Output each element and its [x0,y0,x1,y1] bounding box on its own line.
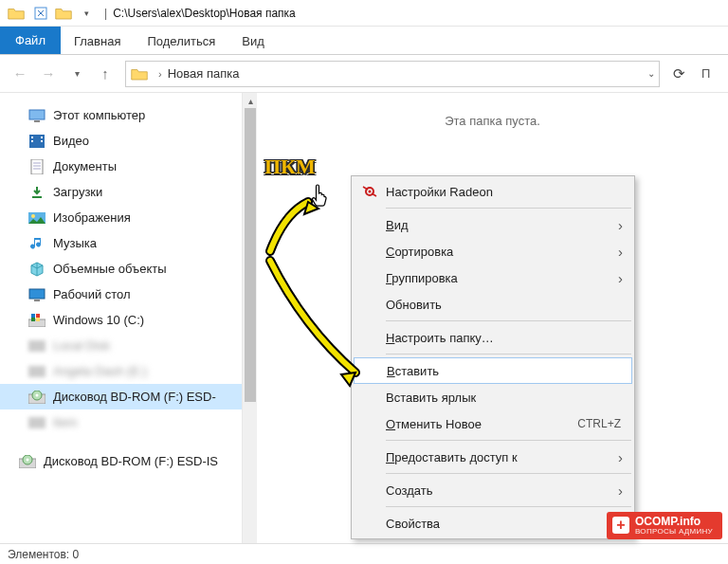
svg-rect-22 [28,340,46,352]
svg-rect-16 [34,300,40,301]
nav-up-button[interactable]: ↑ [93,62,118,86]
cm-paste-shortcut[interactable]: Вставить ярлык [354,384,632,410]
chevron-right-icon: › [618,449,623,465]
titlebar-folder-icon [6,3,27,24]
cm-sort[interactable]: Сортировка › [354,238,632,264]
watermark-text: OCOMP.info [635,515,701,528]
qat-newfolder-icon[interactable] [53,3,74,24]
cm-separator [386,473,631,474]
tree-blurred-item[interactable]: Angela Dash (E:) [0,358,242,384]
tree-music[interactable]: Музыка [0,230,242,256]
tree-documents[interactable]: Документы [0,154,242,179]
tab-share[interactable]: Поделиться [134,28,228,54]
cm-separator [386,320,631,321]
svg-rect-6 [41,136,43,138]
picture-icon [28,209,46,227]
svg-point-14 [31,214,35,218]
nav-back-button[interactable]: ← [8,62,32,86]
tree-this-pc[interactable]: Этот компьютер [0,102,242,128]
address-bar[interactable]: › Новая папка ⌄ [125,61,660,87]
tree-bdrom-drive-2[interactable]: Дисковод BD-ROM (F:) ESD-IS [0,448,242,474]
nav-tree: Этот компьютер Видео Документы Загрузки … [0,93,242,543]
drive-icon [28,414,46,431]
chevron-right-icon: › [618,217,623,233]
ribbon-tabs: Файл Главная Поделиться Вид [0,27,728,55]
cm-refresh[interactable]: Обновить [354,291,632,318]
tree-blurred-item[interactable]: Local Disk [0,333,242,358]
cm-properties[interactable]: Свойства [354,510,632,537]
context-menu: Настройки Radeon Вид › Сортировка › Груп… [351,175,635,539]
cm-separator [386,354,631,355]
svg-rect-4 [31,136,33,138]
tree-downloads[interactable]: Загрузки [0,179,242,205]
svg-point-26 [36,393,39,396]
sidebar-scrollbar[interactable]: ▴ [242,93,257,543]
cube-icon [28,261,46,278]
svg-rect-12 [32,196,42,198]
svg-rect-21 [36,318,40,321]
tree-blurred-item[interactable]: Item [0,409,242,435]
svg-rect-18 [31,314,35,318]
status-item-count: Элементов: 0 [8,548,79,561]
plus-icon: + [612,517,629,534]
monitor-icon [28,107,46,124]
svg-rect-5 [31,140,33,142]
refresh-button[interactable]: ⟳ [667,63,690,85]
cm-paste[interactable]: Вставить [354,357,632,384]
svg-rect-27 [28,417,46,428]
cm-radeon-settings[interactable]: Настройки Radeon [354,178,632,205]
svg-rect-19 [36,314,40,318]
titlebar-separator: | [104,7,107,20]
tab-home[interactable]: Главная [61,28,134,54]
svg-rect-23 [28,366,46,377]
video-icon [28,133,46,150]
qat-dropdown-icon[interactable]: ▾ [76,3,97,24]
cm-share-access[interactable]: Предоставить доступ к › [354,444,632,470]
music-icon [28,235,46,252]
chevron-right-icon: › [618,244,623,260]
radeon-icon [361,183,378,200]
tab-file[interactable]: Файл [0,27,61,54]
watermark-subtext: ВОПРОСЫ АДМИНУ [635,528,713,536]
cm-undo-shortcut: CTRL+Z [577,417,621,430]
tree-videos[interactable]: Видео [0,128,242,154]
download-icon [28,184,46,201]
svg-rect-1 [29,110,45,119]
tree-desktop[interactable]: Рабочий стол [0,282,242,307]
svg-rect-7 [41,140,43,142]
search-box[interactable]: П [701,66,720,81]
cm-separator [386,506,631,507]
drive-icon [28,337,46,355]
tree-pictures[interactable]: Изображения [0,205,242,230]
address-crumb[interactable]: Новая папка [168,66,240,81]
annotation-rightclick-label: ПКМ [264,155,316,179]
chevron-right-icon: › [618,270,623,286]
svg-point-32 [369,191,372,193]
cm-separator [386,208,631,209]
svg-rect-8 [31,159,43,174]
tab-view[interactable]: Вид [228,28,278,54]
disc-drive-icon [28,389,46,406]
nav-recent-dropdown[interactable]: ▾ [64,62,89,86]
cm-customize-folder[interactable]: Настроить папку… [354,324,632,351]
qat-properties-icon[interactable] [30,3,51,24]
cm-group[interactable]: Группировка › [354,264,632,291]
nav-forward-button[interactable]: → [36,62,61,86]
drive-icon [28,363,46,380]
cm-undo[interactable]: Отменить Новое CTRL+Z [354,410,632,437]
tree-bdrom-drive[interactable]: Дисковод BD-ROM (F:) ESD- [0,384,242,409]
address-dropdown-icon[interactable]: ⌄ [647,68,655,79]
scroll-up-icon[interactable]: ▴ [243,93,258,108]
watermark-badge: + OCOMP.info ВОПРОСЫ АДМИНУ [607,512,722,539]
scroll-thumb[interactable] [245,108,256,402]
cm-view[interactable]: Вид › [354,211,632,238]
disc-drive-icon [19,453,36,470]
nav-toolbar: ← → ▾ ↑ › Новая папка ⌄ ⟳ П [0,55,728,93]
tree-3d-objects[interactable]: Объемные объекты [0,256,242,282]
window-title: C:\Users\alex\Desktop\Новая папка [113,7,296,20]
tree-drive-c[interactable]: Windows 10 (C:) [0,307,242,333]
address-chevron-icon[interactable]: › [158,68,162,80]
cm-new[interactable]: Создать › [354,477,632,503]
drive-icon [28,312,46,329]
svg-rect-2 [34,120,40,122]
